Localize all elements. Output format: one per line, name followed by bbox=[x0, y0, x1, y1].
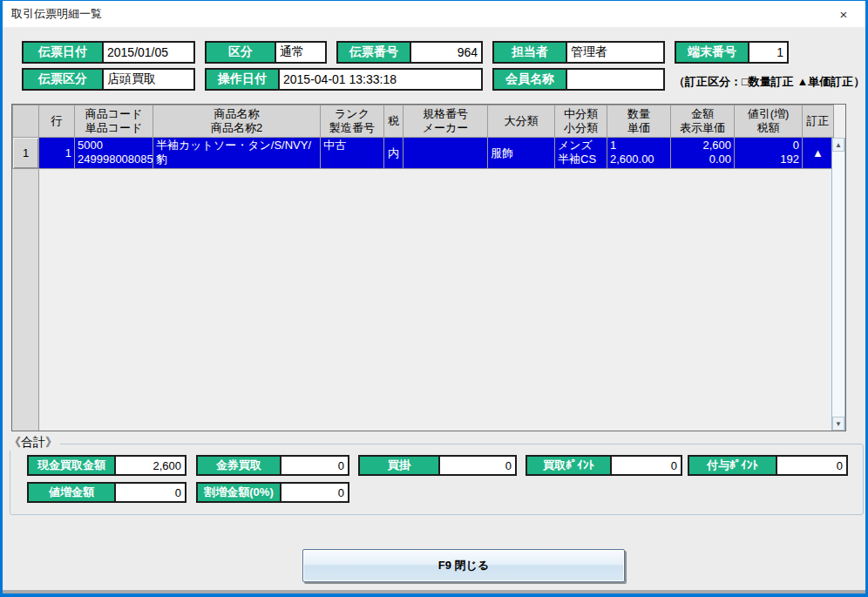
row-header-strip bbox=[12, 169, 39, 431]
field-slip-number-value[interactable]: 964 bbox=[411, 43, 481, 62]
cell-quantity: 12,600.00 bbox=[607, 138, 671, 169]
field-operation-date-label: 操作日付 bbox=[207, 70, 280, 89]
scroll-down-icon[interactable]: ▼ bbox=[832, 417, 844, 431]
grid-header-row: 行 商品コード単品コード 商品名称商品名称2 ランク製造番号 税 規格番号メーカ… bbox=[13, 105, 834, 138]
vertical-scrollbar[interactable]: ▲ ▼ bbox=[831, 138, 845, 431]
total-premium-amount-label: 割増金額(0%) bbox=[198, 484, 281, 501]
field-slip-date-value[interactable]: 2015/01/05 bbox=[104, 43, 193, 62]
total-purchase-points-label: 買取ﾎﾟｲﾝﾄ bbox=[527, 457, 612, 474]
total-premium-amount: 割増金額(0%) 0 bbox=[196, 482, 349, 503]
field-slip-date-label: 伝票日付 bbox=[24, 43, 104, 62]
col-major-category: 大分類 bbox=[488, 105, 555, 138]
field-category: 区分 通常 bbox=[205, 41, 327, 64]
field-slip-type-value[interactable]: 店頭買取 bbox=[104, 70, 193, 89]
field-slip-date: 伝票日付 2015/01/05 bbox=[22, 41, 195, 64]
total-markup-amount-value[interactable]: 0 bbox=[116, 484, 185, 501]
total-purchase-points: 買取ﾎﾟｲﾝﾄ 0 bbox=[526, 455, 682, 476]
col-spec-number: 規格番号メーカー bbox=[403, 105, 488, 138]
cell-line-no: 1 bbox=[39, 138, 75, 169]
total-granted-points-value[interactable]: 0 bbox=[777, 457, 846, 474]
grid-corner-cell bbox=[13, 105, 39, 138]
total-cash-purchase: 現金買取金額 2,600 bbox=[27, 455, 186, 476]
total-voucher-purchase-value[interactable]: 0 bbox=[281, 457, 348, 474]
total-cash-purchase-value[interactable]: 2,600 bbox=[116, 457, 185, 474]
dialog-window: 取引伝票明細一覧 × 伝票日付 2015/01/05 区分 通常 伝票番号 96… bbox=[0, 0, 868, 597]
field-slip-type-label: 伝票区分 bbox=[24, 70, 104, 89]
field-slip-number-label: 伝票番号 bbox=[338, 43, 411, 62]
window-title: 取引伝票明細一覧 bbox=[11, 6, 102, 22]
window-bottom-border bbox=[3, 594, 865, 597]
cell-middle-category: メンズ半袖CS bbox=[555, 138, 607, 169]
col-discount: 値引(増)税額 bbox=[735, 105, 803, 138]
total-markup-amount-label: 値増金額 bbox=[29, 484, 116, 501]
detail-grid-table: 行 商品コード単品コード 商品名称商品名称2 ランク製造番号 税 規格番号メーカ… bbox=[12, 105, 834, 169]
field-staff-label: 担当者 bbox=[494, 43, 567, 62]
cell-product-code: 5000249998008085 bbox=[75, 138, 153, 169]
field-operation-date-value[interactable]: 2015-04-01 13:33:18 bbox=[280, 70, 481, 89]
table-row[interactable]: 1 1 5000249998008085 半袖カットソー・タン/S/NVY/豹 … bbox=[13, 138, 834, 169]
field-staff: 担当者 管理者 bbox=[492, 41, 665, 64]
cell-major-category: 服飾 bbox=[488, 138, 555, 169]
field-category-value[interactable]: 通常 bbox=[276, 43, 325, 62]
field-slip-number: 伝票番号 964 bbox=[336, 41, 483, 64]
col-tax: 税 bbox=[384, 105, 403, 138]
col-middle-category: 中分類小分類 bbox=[555, 105, 607, 138]
close-icon[interactable]: × bbox=[831, 3, 857, 24]
total-voucher-purchase-label: 金券買取 bbox=[198, 457, 281, 474]
field-terminal-number: 端末番号 1 bbox=[675, 41, 789, 64]
cell-correction-marker: ▲ bbox=[803, 138, 834, 169]
total-premium-amount-value[interactable]: 0 bbox=[281, 484, 348, 501]
field-operation-date: 操作日付 2015-04-01 13:33:18 bbox=[205, 68, 483, 91]
f9-close-button[interactable]: F9 閉じる bbox=[302, 549, 625, 582]
field-member-name: 会員名称 bbox=[492, 68, 665, 91]
total-markup-amount: 値増金額 0 bbox=[27, 482, 186, 503]
total-accounts-payable-label: 買掛 bbox=[360, 457, 440, 474]
field-staff-value[interactable]: 管理者 bbox=[567, 43, 663, 62]
col-amount: 金額表示単価 bbox=[671, 105, 735, 138]
col-quantity: 数量単価 bbox=[607, 105, 671, 138]
col-product-name: 商品名称商品名称2 bbox=[153, 105, 321, 138]
total-cash-purchase-label: 現金買取金額 bbox=[29, 457, 116, 474]
total-accounts-payable: 買掛 0 bbox=[358, 455, 517, 476]
field-terminal-number-value[interactable]: 1 bbox=[749, 43, 787, 62]
field-terminal-number-label: 端末番号 bbox=[676, 43, 749, 62]
cell-amount: 2,6000.00 bbox=[671, 138, 735, 169]
scroll-up-icon[interactable]: ▲ bbox=[832, 138, 844, 152]
cell-discount: 0192 bbox=[735, 138, 803, 169]
cell-tax: 内 bbox=[384, 138, 403, 169]
correction-legend: （訂正区分：□数量訂正 ▲単価訂正） bbox=[674, 74, 865, 90]
cell-spec-number bbox=[403, 138, 488, 169]
title-bar: 取引伝票明細一覧 × bbox=[3, 1, 865, 27]
total-granted-points-label: 付与ﾎﾟｲﾝﾄ bbox=[689, 457, 777, 474]
col-rank: ランク製造番号 bbox=[321, 105, 384, 138]
detail-grid: 行 商品コード単品コード 商品名称商品名称2 ランク製造番号 税 規格番号メーカ… bbox=[11, 104, 846, 431]
cell-rank: 中古 bbox=[321, 138, 384, 169]
field-slip-type: 伝票区分 店頭買取 bbox=[22, 68, 195, 91]
col-line: 行 bbox=[39, 105, 75, 138]
totals-group-title: 《合計》 bbox=[6, 435, 60, 451]
field-member-name-label: 会員名称 bbox=[494, 70, 567, 89]
total-purchase-points-value[interactable]: 0 bbox=[612, 457, 681, 474]
field-member-name-value[interactable] bbox=[567, 70, 663, 89]
total-granted-points: 付与ﾎﾟｲﾝﾄ 0 bbox=[688, 455, 848, 476]
field-category-label: 区分 bbox=[207, 43, 276, 62]
total-voucher-purchase: 金券買取 0 bbox=[196, 455, 349, 476]
cell-product-name: 半袖カットソー・タン/S/NVY/豹 bbox=[153, 138, 321, 169]
col-correction: 訂正 bbox=[803, 105, 834, 138]
total-accounts-payable-value[interactable]: 0 bbox=[440, 457, 515, 474]
col-product-code: 商品コード単品コード bbox=[75, 105, 153, 138]
row-header-cell[interactable]: 1 bbox=[13, 138, 39, 169]
